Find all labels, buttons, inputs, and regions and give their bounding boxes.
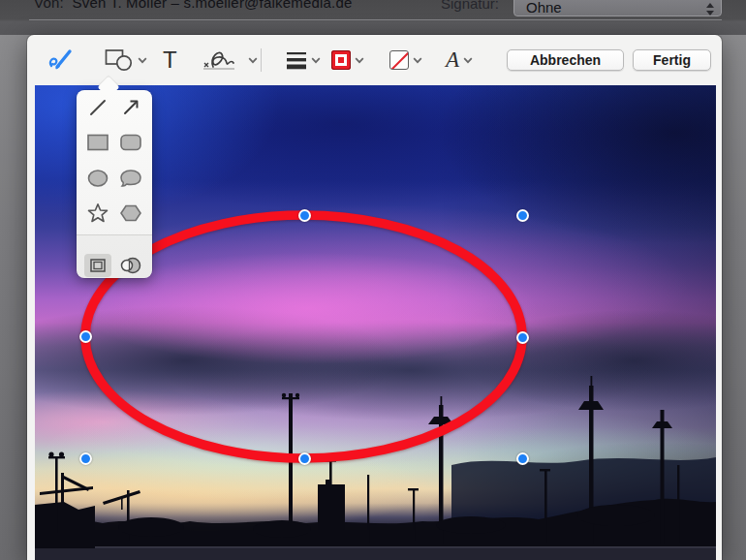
arrow-shape-icon xyxy=(121,98,140,117)
sketch-tool-button[interactable] xyxy=(48,35,76,85)
border-color-swatch-icon xyxy=(331,50,351,70)
selection-handle-top-right[interactable] xyxy=(516,209,529,222)
ellipse-shape-icon xyxy=(86,169,109,188)
selection-handle-mid-left[interactable] xyxy=(79,330,92,343)
chevron-down-icon xyxy=(248,57,258,64)
selection-handle-top-center[interactable] xyxy=(298,209,311,222)
hexagon-shape-icon xyxy=(119,203,142,223)
shape-item-star[interactable] xyxy=(80,198,115,229)
from-field: Von: Sven T. Möller – s.moeller@falkemed… xyxy=(34,0,353,11)
shape-item-ellipse[interactable] xyxy=(80,163,115,194)
shape-item-rounded-rectangle[interactable] xyxy=(113,127,148,158)
fill-color-button[interactable] xyxy=(389,35,422,85)
signature-value: Ohne xyxy=(526,0,562,16)
tool-item-mask[interactable] xyxy=(80,250,115,281)
selection-handle-bottom-right[interactable] xyxy=(516,452,529,465)
chevron-down-icon xyxy=(413,57,422,64)
chevron-down-icon xyxy=(138,57,147,64)
selection-handle-mid-right[interactable] xyxy=(516,331,529,344)
line-shape-icon xyxy=(88,98,108,117)
selection-handle-bottom-center[interactable] xyxy=(298,452,311,465)
shapes-icon xyxy=(105,48,134,72)
signature-label: Signatur: xyxy=(441,0,499,12)
cancel-button[interactable]: Abbrechen xyxy=(507,49,624,71)
border-color-button[interactable] xyxy=(331,35,364,85)
shape-item-arrow[interactable] xyxy=(113,92,148,123)
signature-icon xyxy=(202,47,244,73)
sketch-pen-icon xyxy=(48,47,76,73)
fill-color-none-icon xyxy=(389,50,409,70)
screen: Von: Sven T. Möller – s.moeller@falkemed… xyxy=(0,0,746,560)
mask-tool-icon xyxy=(89,258,107,273)
from-value: Sven T. Möller – s.moeller@falkemedia.de xyxy=(73,0,353,11)
shape-item-rectangle[interactable] xyxy=(80,127,115,158)
mail-compose-header: Von: Sven T. Möller – s.moeller@falkemed… xyxy=(0,0,746,35)
header-divider xyxy=(29,19,722,20)
rounded-rectangle-shape-icon xyxy=(119,133,142,152)
shapes-popover xyxy=(77,90,152,278)
chevron-down-icon xyxy=(463,57,473,64)
text-tool-button[interactable]: T xyxy=(163,35,177,85)
shape-item-line[interactable] xyxy=(80,92,115,123)
signature-select[interactable]: Ohne xyxy=(513,0,722,16)
text-tool-icon: T xyxy=(163,47,177,74)
stepper-arrows-icon xyxy=(703,3,716,16)
from-label: Von: xyxy=(34,0,64,11)
star-shape-icon xyxy=(86,202,109,224)
shapes-tool-button[interactable] xyxy=(105,35,147,85)
toolbar-divider xyxy=(261,48,262,72)
shape-item-speech-bubble[interactable] xyxy=(113,163,148,194)
shape-item-hexagon[interactable] xyxy=(113,198,148,229)
rectangle-shape-icon xyxy=(86,133,109,152)
font-style-button[interactable]: A xyxy=(446,35,473,85)
line-thickness-button[interactable] xyxy=(286,35,321,85)
font-style-icon: A xyxy=(446,47,459,73)
signature-tool-button[interactable] xyxy=(202,35,258,85)
speech-bubble-shape-icon xyxy=(119,169,142,188)
tool-item-loupe[interactable] xyxy=(113,250,148,281)
loupe-tool-icon xyxy=(119,256,142,275)
selection-handle-bottom-left[interactable] xyxy=(79,452,92,465)
done-button[interactable]: Fertig xyxy=(633,49,711,71)
markup-toolbar: T xyxy=(27,35,722,85)
line-thickness-icon xyxy=(286,49,307,71)
chevron-down-icon xyxy=(311,57,321,64)
chevron-down-icon xyxy=(355,57,364,64)
markup-sheet: T xyxy=(27,35,722,560)
